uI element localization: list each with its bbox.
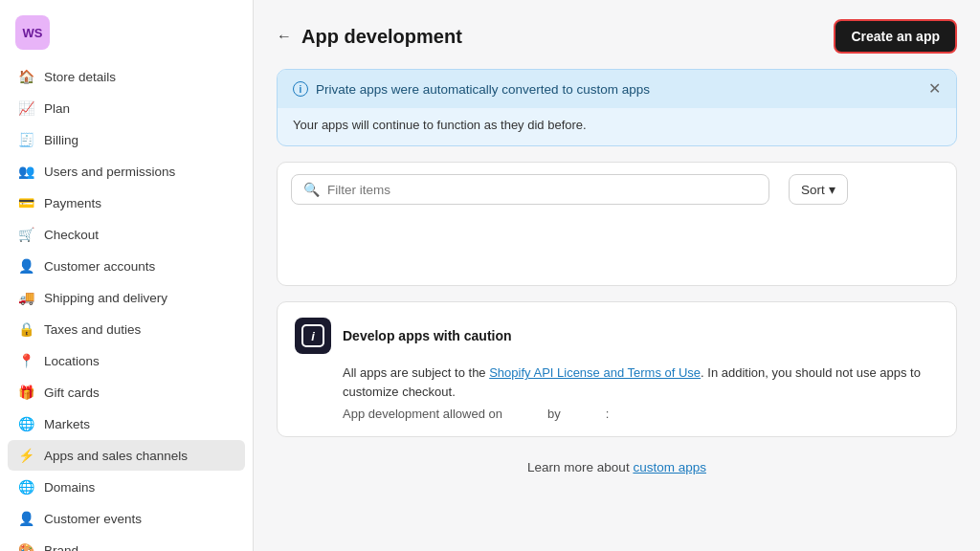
sidebar-label-plan: Plan bbox=[44, 101, 70, 116]
caution-card-header: Develop apps with caution bbox=[295, 318, 939, 354]
create-app-button[interactable]: Create an app bbox=[834, 19, 957, 54]
markets-icon: 🌐 bbox=[17, 415, 34, 432]
filter-bar: 🔍 Sort ▾ bbox=[277, 162, 957, 286]
sidebar-label-checkout: Checkout bbox=[44, 228, 99, 242]
sidebar-item-payments[interactable]: 💳 Payments bbox=[8, 187, 245, 218]
back-arrow-icon[interactable]: ← bbox=[277, 28, 292, 45]
domains-icon: 🌐 bbox=[17, 478, 34, 496]
shopify-api-link[interactable]: Shopify API License and Terms of Use bbox=[489, 365, 701, 380]
brand-icon: 🎨 bbox=[17, 541, 34, 551]
sidebar-label-markets: Markets bbox=[44, 417, 90, 431]
header-left: ← App development bbox=[277, 26, 462, 48]
sort-button[interactable]: Sort ▾ bbox=[789, 174, 848, 205]
sidebar-item-customer-events[interactable]: 👤 Customer events bbox=[8, 503, 245, 534]
sidebar-item-locations[interactable]: 📍 Locations bbox=[8, 345, 245, 376]
sidebar-label-gift-cards: Gift cards bbox=[44, 386, 100, 400]
sidebar-item-shipping-delivery[interactable]: 🚚 Shipping and delivery bbox=[8, 282, 245, 313]
caution-body: All apps are subject to the Shopify API … bbox=[343, 364, 939, 401]
sidebar-item-checkout[interactable]: 🛒 Checkout bbox=[8, 219, 245, 250]
sidebar-item-brand[interactable]: 🎨 Brand bbox=[8, 535, 245, 551]
page-title: App development bbox=[301, 26, 462, 48]
users-permissions-icon: 👥 bbox=[17, 163, 34, 180]
sidebar-label-users-permissions: Users and permissions bbox=[44, 165, 175, 179]
sidebar-nav: 🏠 Store details 📈 Plan 🧾 Billing 👥 Users… bbox=[0, 61, 253, 551]
taxes-duties-icon: 🔒 bbox=[17, 320, 34, 338]
banner-header: i Private apps were automatically conver… bbox=[278, 70, 956, 108]
sidebar-item-domains[interactable]: 🌐 Domains bbox=[8, 472, 245, 502]
gift-cards-icon: 🎁 bbox=[17, 384, 34, 401]
sidebar-item-billing[interactable]: 🧾 Billing bbox=[8, 124, 245, 155]
shipping-delivery-icon: 🚚 bbox=[17, 289, 34, 306]
learn-more-prefix: Learn more about bbox=[527, 460, 633, 474]
filter-row: 🔍 Sort ▾ bbox=[291, 174, 943, 205]
sidebar-item-store-details[interactable]: 🏠 Store details bbox=[8, 61, 245, 92]
locations-icon: 📍 bbox=[17, 352, 34, 369]
sidebar-label-billing: Billing bbox=[44, 133, 78, 147]
caution-icon bbox=[301, 324, 324, 347]
custom-apps-link[interactable]: custom apps bbox=[633, 460, 706, 474]
page-header: ← App development Create an app bbox=[254, 0, 980, 69]
apps-sales-channels-icon: ⚡ bbox=[17, 447, 34, 464]
caution-card: Develop apps with caution All apps are s… bbox=[277, 301, 957, 437]
sidebar-item-users-permissions[interactable]: 👥 Users and permissions bbox=[8, 156, 245, 187]
sidebar-label-domains: Domains bbox=[44, 480, 95, 495]
sidebar-item-markets[interactable]: 🌐 Markets bbox=[8, 408, 245, 439]
sidebar-label-customer-accounts: Customer accounts bbox=[44, 259, 155, 274]
banner-close-button[interactable]: ✕ bbox=[928, 81, 941, 97]
sidebar-item-plan[interactable]: 📈 Plan bbox=[8, 93, 245, 123]
sidebar-label-taxes-duties: Taxes and duties bbox=[44, 322, 141, 337]
sidebar-label-store-details: Store details bbox=[44, 70, 116, 84]
sidebar-label-brand: Brand bbox=[44, 543, 78, 552]
store-details-icon: 🏠 bbox=[17, 68, 34, 85]
avatar: WS bbox=[15, 15, 50, 50]
caution-meta: App development allowed on by : bbox=[343, 407, 939, 421]
info-icon: i bbox=[293, 81, 308, 97]
chevron-down-icon: ▾ bbox=[829, 182, 835, 197]
billing-icon: 🧾 bbox=[17, 131, 34, 148]
customer-accounts-icon: 👤 bbox=[17, 257, 34, 275]
payments-icon: 💳 bbox=[17, 194, 34, 211]
sidebar-item-customer-accounts[interactable]: 👤 Customer accounts bbox=[8, 251, 245, 281]
sidebar-label-customer-events: Customer events bbox=[44, 512, 142, 526]
search-input[interactable] bbox=[327, 183, 757, 197]
sidebar-label-shipping-delivery: Shipping and delivery bbox=[44, 291, 167, 305]
customer-events-icon: 👤 bbox=[17, 510, 34, 527]
sidebar-item-gift-cards[interactable]: 🎁 Gift cards bbox=[8, 377, 245, 408]
plan-icon: 📈 bbox=[17, 99, 34, 117]
banner-message: i Private apps were automatically conver… bbox=[293, 81, 650, 97]
checkout-icon: 🛒 bbox=[17, 226, 34, 243]
sidebar-label-locations: Locations bbox=[44, 354, 100, 368]
caution-body-text: All apps are subject to the bbox=[343, 365, 489, 380]
banner-body: Your apps will continue to function as t… bbox=[278, 108, 956, 145]
private-apps-banner: i Private apps were automatically conver… bbox=[277, 69, 957, 146]
main-content-area: ← App development Create an app i Privat… bbox=[254, 0, 980, 551]
caution-title: Develop apps with caution bbox=[343, 328, 512, 343]
sort-label: Sort bbox=[801, 183, 825, 197]
sidebar-label-apps-sales-channels: Apps and sales channels bbox=[44, 449, 188, 463]
caution-icon-box bbox=[295, 318, 331, 354]
search-icon: 🔍 bbox=[303, 182, 320, 197]
sidebar-item-apps-sales-channels[interactable]: ⚡ Apps and sales channels bbox=[8, 440, 245, 471]
main-content: i Private apps were automatically conver… bbox=[254, 69, 980, 505]
sidebar-item-taxes-duties[interactable]: 🔒 Taxes and duties bbox=[8, 314, 245, 344]
search-wrapper: 🔍 bbox=[291, 174, 769, 205]
learn-more-section: Learn more about custom apps bbox=[277, 452, 957, 482]
sidebar: WS 🏠 Store details 📈 Plan 🧾 Billing 👥 Us… bbox=[0, 0, 254, 551]
sidebar-label-payments: Payments bbox=[44, 196, 101, 210]
